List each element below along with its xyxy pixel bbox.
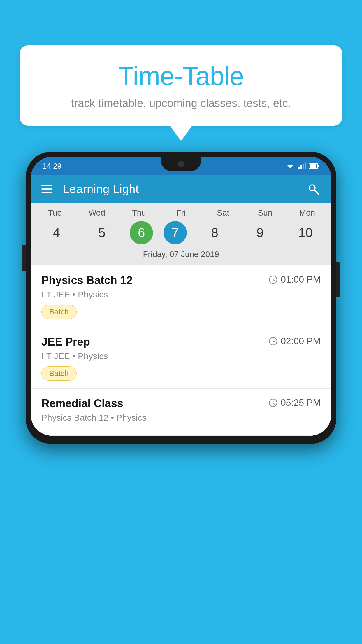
day-6-today[interactable]: 6 xyxy=(130,221,153,244)
schedule-item-3-title: Remedial Class xyxy=(41,397,123,410)
schedule-item-1-top: Physics Batch 12 01:00 PM xyxy=(41,274,321,287)
svg-rect-6 xyxy=(318,165,319,167)
schedule-item-3-time: 05:25 PM xyxy=(268,397,321,408)
hamburger-line-3 xyxy=(41,192,52,193)
day-header-thu: Thu xyxy=(122,208,157,218)
schedule-item-1[interactable]: Physics Batch 12 01:00 PM IIT JEE • Phys… xyxy=(31,265,331,327)
selected-date-label: Friday, 07 June 2019 xyxy=(31,248,331,263)
phone-screen: 14:29 xyxy=(31,157,331,436)
hamburger-line-2 xyxy=(41,188,52,190)
schedule-item-2[interactable]: JEE Prep 02:00 PM IIT JEE • Physics Batc… xyxy=(31,327,331,388)
phone-frame: 14:29 xyxy=(26,152,336,444)
svg-line-12 xyxy=(273,280,275,281)
schedule-item-1-badge: Batch xyxy=(41,305,77,319)
schedule-item-1-title: Physics Batch 12 xyxy=(41,274,133,287)
wifi-icon xyxy=(286,162,295,169)
schedule-item-2-time: 02:00 PM xyxy=(268,336,321,346)
schedule-item-1-time: 01:00 PM xyxy=(268,274,321,285)
day-header-wed: Wed xyxy=(79,208,114,218)
day-5[interactable]: 5 xyxy=(85,221,120,244)
camera-icon xyxy=(178,161,184,167)
svg-rect-7 xyxy=(310,164,316,168)
day-header-sun: Sun xyxy=(248,208,283,218)
speech-bubble: Time-Table track timetable, upcoming cla… xyxy=(20,45,342,126)
schedule-item-3-top: Remedial Class 05:25 PM xyxy=(41,397,321,410)
bubble-pointer xyxy=(170,126,192,141)
search-icon xyxy=(307,183,320,195)
day-headers: Tue Wed Thu Fri Sat Sun Mon xyxy=(31,203,331,220)
battery-icon xyxy=(309,163,319,169)
calendar-strip: Tue Wed Thu Fri Sat Sun Mon 4 5 6 7 8 9 … xyxy=(31,203,331,265)
day-header-tue: Tue xyxy=(37,208,72,218)
app-title: Learning Light xyxy=(61,183,297,196)
signal-icon xyxy=(298,162,306,169)
schedule-item-3-subtitle: Physics Batch 12 • Physics xyxy=(41,413,321,423)
svg-marker-0 xyxy=(287,165,294,168)
day-numbers: 4 5 6 7 8 9 10 xyxy=(31,220,331,248)
clock-icon-2 xyxy=(268,337,278,346)
day-7-selected[interactable]: 7 xyxy=(164,221,187,244)
day-header-fri: Fri xyxy=(164,208,198,218)
status-icons xyxy=(286,162,319,169)
schedule-item-3[interactable]: Remedial Class 05:25 PM Physics Batch 12… xyxy=(31,388,331,436)
day-4[interactable]: 4 xyxy=(39,221,74,244)
bubble-title: Time-Table xyxy=(37,61,325,91)
schedule-item-2-top: JEE Prep 02:00 PM xyxy=(41,336,321,348)
phone-notch xyxy=(161,157,201,172)
svg-rect-3 xyxy=(303,164,304,169)
app-header: Learning Light xyxy=(31,175,331,203)
svg-rect-2 xyxy=(300,165,302,169)
svg-line-18 xyxy=(273,403,274,405)
speech-bubble-container: Time-Table track timetable, upcoming cla… xyxy=(20,45,342,141)
bubble-subtitle: track timetable, upcoming classes, tests… xyxy=(37,97,325,110)
status-time: 14:29 xyxy=(43,162,61,171)
clock-icon-3 xyxy=(268,398,278,407)
search-button[interactable] xyxy=(306,182,321,196)
day-9[interactable]: 9 xyxy=(242,221,277,244)
schedule-item-2-subtitle: IIT JEE • Physics xyxy=(41,351,321,361)
clock-icon-1 xyxy=(268,275,278,284)
schedule-item-2-badge: Batch xyxy=(41,366,77,381)
phone-outer-frame: 14:29 xyxy=(26,152,336,444)
menu-button[interactable] xyxy=(41,185,52,193)
day-header-mon: Mon xyxy=(290,208,325,218)
svg-rect-1 xyxy=(298,167,300,169)
hamburger-line-1 xyxy=(41,185,52,186)
day-10[interactable]: 10 xyxy=(288,221,323,244)
svg-rect-4 xyxy=(305,162,306,169)
schedule-item-2-title: JEE Prep xyxy=(41,336,90,348)
day-8[interactable]: 8 xyxy=(197,221,232,244)
schedule-list: Physics Batch 12 01:00 PM IIT JEE • Phys… xyxy=(31,265,331,436)
status-bar: 14:29 xyxy=(31,157,331,175)
schedule-item-1-subtitle: IIT JEE • Physics xyxy=(41,290,321,300)
day-header-sat: Sat xyxy=(205,208,240,218)
svg-line-9 xyxy=(314,190,319,194)
